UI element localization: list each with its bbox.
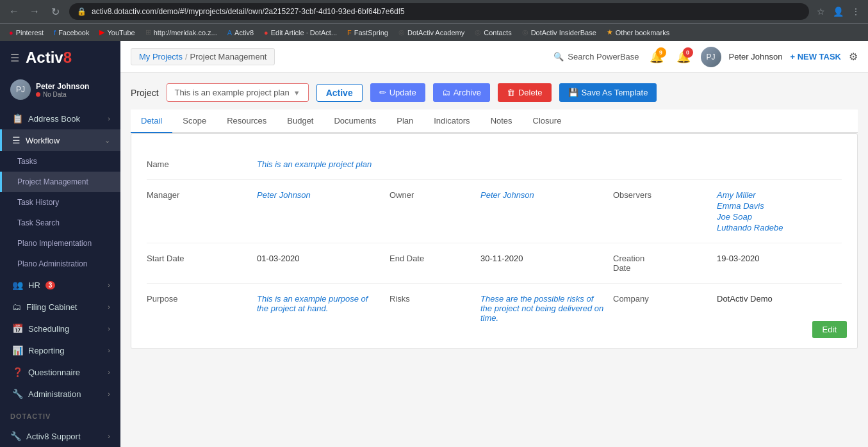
project-label: Project	[131, 88, 159, 98]
tab-resources[interactable]: Resources	[217, 110, 277, 133]
bookmark-youtube[interactable]: ▶ YouTube	[95, 27, 138, 38]
name-value: This is an example project plan	[257, 159, 372, 169]
tab-closure[interactable]: Closure	[523, 110, 572, 133]
delete-button[interactable]: 🗑 Delete	[498, 83, 552, 102]
notification-bell-1[interactable]: 🔔 9	[647, 47, 666, 67]
user-status: No Data	[36, 91, 89, 98]
browser-nav: ← → ↻	[5, 3, 64, 20]
breadcrumb-link[interactable]: My Projects	[139, 52, 183, 61]
creation-date-value: 19-03-2020	[717, 254, 842, 263]
tab-indicators[interactable]: Indicators	[423, 110, 480, 133]
sidebar-item-hr[interactable]: 👥 HR 3 ›	[0, 274, 120, 296]
sidebar-item-activ8-support[interactable]: 🔧 Activ8 Support ›	[0, 425, 120, 447]
bookmark-insiderbase[interactable]: ◎ DotActiv InsiderBase	[518, 27, 600, 38]
detail-row-manager: Manager Peter Johnson Owner Peter Johnso…	[147, 180, 842, 243]
filing-cabinet-icon: 🗂	[12, 302, 21, 312]
sidebar-item-workflow[interactable]: ☰ Workflow ⌄	[0, 129, 120, 151]
tabs-bar: Detail Scope Resources Budget Documents …	[131, 110, 858, 133]
tab-notes[interactable]: Notes	[480, 110, 523, 133]
archive-button[interactable]: 🗂 Archive	[433, 83, 490, 102]
bookmark-meridak[interactable]: ⊞ http://meridak.co.z...	[142, 27, 221, 38]
delete-icon: 🗑	[507, 88, 515, 97]
forward-button[interactable]: →	[26, 3, 44, 20]
star-icon[interactable]: ☆	[814, 4, 828, 19]
detail-row-dates: Start Date 01-03-2020 End Date 30-11-202…	[147, 243, 842, 284]
active-status-badge: Active	[316, 84, 363, 102]
tab-plan[interactable]: Plan	[386, 110, 423, 133]
tab-detail[interactable]: Detail	[131, 110, 172, 133]
bookmark-dotactiv-academy[interactable]: ◎ DotActiv Academy	[395, 27, 468, 38]
breadcrumb: My Projects / Project Management	[131, 48, 275, 65]
support-icon: 🔧	[10, 431, 21, 441]
profile-icon[interactable]: 👤	[830, 4, 846, 19]
dotactiv-label: DOTACTIV	[0, 407, 120, 425]
name-label: Name	[147, 159, 249, 169]
chevron-icon: ›	[108, 115, 110, 122]
bookmark-facebook[interactable]: f Facebook	[50, 28, 93, 38]
menu-dots-icon[interactable]: ⋮	[849, 4, 863, 19]
observers-label: Observers	[613, 190, 709, 200]
bookmark-other[interactable]: ★ Other bookmarks	[603, 27, 673, 38]
bookmark-activ8[interactable]: A Activ8	[224, 28, 258, 38]
header-avatar[interactable]: PJ	[701, 47, 721, 67]
bookmark-fastspring[interactable]: F FastSpring	[343, 28, 392, 38]
creation-date-label: Creation	[613, 254, 709, 263]
purpose-value: This is an example purpose of the projec…	[257, 294, 382, 313]
chevron-right-icon3: ›	[108, 325, 110, 332]
search-powerbase[interactable]: 🔍 Search PowerBase	[553, 52, 639, 61]
risks-value: These are the possible risks of the proj…	[480, 294, 605, 323]
hr-badge: 3	[45, 281, 56, 289]
workflow-icon: ☰	[12, 135, 20, 145]
chevron-down-icon: ⌄	[104, 136, 110, 145]
project-area: Project This is an example project plan …	[120, 73, 868, 447]
sidebar-item-questionnaire[interactable]: ❓ Questionnaire ›	[0, 361, 120, 383]
tab-budget[interactable]: Budget	[277, 110, 323, 133]
reporting-icon: 📊	[12, 345, 23, 355]
sidebar-item-plano-administration[interactable]: Plano Administration	[0, 254, 120, 274]
address-bar[interactable]: 🔒 activ8.dotactiv.com/demo/#!/myprojects…	[69, 3, 809, 20]
creation-date-label2: Date	[613, 263, 709, 273]
sidebar-item-tasks[interactable]: Tasks	[0, 151, 120, 172]
address-book-icon: 📋	[12, 113, 23, 124]
dropdown-arrow-icon: ▼	[293, 89, 300, 97]
sidebar-item-reporting[interactable]: 📊 Reporting ›	[0, 339, 120, 361]
sidebar-item-address-book[interactable]: 📋 Address Book ›	[0, 108, 120, 129]
project-dropdown[interactable]: This is an example project plan ▼	[167, 83, 309, 102]
new-task-button[interactable]: + NEW TASK	[790, 52, 841, 61]
header-username: Peter Johnson	[729, 52, 783, 61]
company-label: Company	[613, 294, 709, 304]
sidebar-item-task-history[interactable]: Task History	[0, 192, 120, 213]
questionnaire-icon: ❓	[12, 367, 23, 377]
reload-button[interactable]: ↻	[46, 3, 64, 20]
update-button[interactable]: ✏ Update	[370, 83, 425, 102]
observers-value: Amy Miller Emma Davis Joe Soap Luthando …	[717, 190, 842, 232]
notif-count-2: 0	[683, 47, 693, 58]
edit-button[interactable]: Edit	[812, 321, 847, 338]
bookmark-contacts[interactable]: ◎ Contacts	[471, 27, 515, 38]
notification-bell-2[interactable]: 🔔 0	[674, 47, 693, 67]
avatar-inner: PJ	[10, 79, 31, 100]
sidebar-item-plano-implementation[interactable]: Plano Implementation	[0, 233, 120, 254]
sidebar-item-filing-cabinet[interactable]: 🗂 Filing Cabinet ›	[0, 296, 120, 318]
tab-scope[interactable]: Scope	[172, 110, 217, 133]
back-button[interactable]: ←	[5, 3, 23, 20]
sidebar-item-task-search[interactable]: Task Search	[0, 213, 120, 233]
settings-icon[interactable]: ⚙	[849, 51, 858, 63]
start-date-value: 01-03-2020	[257, 254, 382, 263]
detail-card: Name This is an example project plan Man…	[131, 133, 858, 349]
sidebar-nav: 📋 Address Book › ☰ Workflow ⌄ Tasks Proj…	[0, 108, 120, 407]
update-icon: ✏	[379, 88, 386, 97]
chevron-right-icon4: ›	[108, 346, 110, 354]
detail-row-name: Name This is an example project plan	[147, 149, 842, 180]
sidebar-item-project-management[interactable]: Project Management	[0, 172, 120, 192]
save-template-button[interactable]: 💾 Save As Template	[559, 83, 657, 102]
sidebar-item-administration[interactable]: 🔧 Administration ›	[0, 383, 120, 405]
detail-row-purpose: Purpose This is an example purpose of th…	[147, 284, 842, 333]
tab-documents[interactable]: Documents	[323, 110, 386, 133]
bookmark-edit-article[interactable]: ● Edit Article · DotAct...	[260, 28, 341, 38]
company-value: DotActiv Demo	[717, 294, 842, 304]
sidebar-item-scheduling[interactable]: 📅 Scheduling ›	[0, 318, 120, 339]
top-header: My Projects / Project Management 🔍 Searc…	[120, 41, 868, 73]
bookmark-pinterest[interactable]: ● Pinterest	[5, 28, 47, 38]
hamburger-icon[interactable]: ☰	[10, 52, 19, 64]
